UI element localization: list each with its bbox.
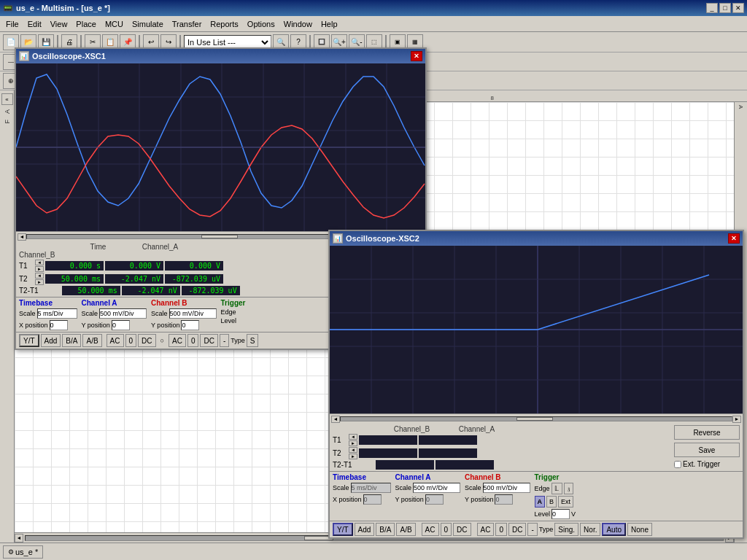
- menu-reports[interactable]: Reports: [206, 18, 243, 30]
- osc1-scroll-left[interactable]: ◄: [18, 233, 26, 241]
- osc1-0-1-button[interactable]: 0: [125, 334, 137, 347]
- minimize-button[interactable]: _: [706, 3, 718, 13]
- osc1-xpos[interactable]: [50, 320, 68, 330]
- osc2-cha-label: Channel A: [395, 473, 461, 481]
- osc1-ac2-button[interactable]: AC: [169, 334, 186, 347]
- menu-view[interactable]: View: [46, 18, 72, 30]
- osc2-0-2-button[interactable]: 0: [495, 523, 507, 536]
- osc2-t1-right[interactable]: ►: [349, 440, 357, 446]
- osc1-ac1-button[interactable]: AC: [107, 334, 124, 347]
- osc2-save-button[interactable]: Save: [674, 443, 740, 457]
- osc1-t2-right[interactable]: ►: [35, 279, 44, 285]
- osc2-scale-label: Scale: [333, 484, 349, 491]
- title-bar-controls[interactable]: _ □ ✕: [706, 3, 744, 13]
- osc2-edge-b-button[interactable]: B: [546, 496, 557, 508]
- osc2-ba-button[interactable]: B/A: [376, 523, 395, 536]
- osc1-cha-ypos-label: Y position: [82, 322, 110, 329]
- osc2-dc2-button[interactable]: DC: [508, 523, 526, 536]
- osc1-t1-cha: 0.000 V: [105, 261, 163, 271]
- menu-file[interactable]: File: [1, 18, 23, 30]
- osc1-chb-scale[interactable]: [169, 308, 217, 319]
- osc2-chb-scale[interactable]: [483, 483, 530, 493]
- osc2-scroll-right[interactable]: ►: [732, 416, 741, 423]
- osc1-0-2-button[interactable]: 0: [187, 334, 199, 347]
- osc1-cha-ypos[interactable]: [112, 320, 130, 330]
- osc1-yt-button[interactable]: Y/T: [19, 334, 39, 347]
- osc1-thumb[interactable]: [201, 235, 238, 238]
- osc1-dc1-button[interactable]: DC: [138, 334, 155, 347]
- osc2-title: Oscilloscope-XSC2: [346, 234, 419, 243]
- osc2-t2-right[interactable]: ►: [349, 454, 357, 459]
- osc2-ab-button[interactable]: A/B: [396, 523, 415, 536]
- osc2-t2t1-label: T2-T1: [333, 461, 352, 469]
- close-button[interactable]: ✕: [732, 3, 744, 13]
- osc2-ac1-button[interactable]: AC: [422, 523, 439, 536]
- osc2-t1-left[interactable]: ◄: [349, 434, 357, 440]
- osc2-edge-ext-button[interactable]: Ext: [558, 496, 573, 508]
- osc2-ext-trigger-row: Ext. Trigger: [674, 460, 740, 468]
- osc1-timebase-scale[interactable]: [37, 308, 77, 319]
- osc1-add-button[interactable]: Add: [41, 334, 61, 347]
- menu-mcu[interactable]: MCU: [101, 18, 128, 30]
- osc2-yt-button[interactable]: Y/T: [333, 523, 353, 536]
- osc1-dc2-button[interactable]: DC: [200, 334, 217, 347]
- osc1-type-s-button[interactable]: S: [247, 334, 259, 347]
- osc2-0-1-button[interactable]: 0: [441, 523, 452, 536]
- osc1-t2-arrows[interactable]: ◄ ►: [35, 273, 44, 285]
- maximize-button[interactable]: □: [719, 3, 731, 13]
- osc2-t1-arrows[interactable]: ◄ ►: [349, 434, 357, 446]
- menu-simulate[interactable]: Simulate: [128, 18, 168, 30]
- osc2-trigger-level[interactable]: [551, 509, 570, 519]
- osc2-reverse-button[interactable]: Reverse: [674, 425, 740, 440]
- menu-transfer[interactable]: Transfer: [168, 18, 206, 30]
- osc2-edge-f-button[interactable]: 𝕃: [551, 483, 563, 494]
- menu-window[interactable]: Window: [279, 18, 317, 30]
- osc1-cha-scale[interactable]: [99, 308, 147, 319]
- osc2-edge-r-button[interactable]: 𝔷: [564, 483, 573, 494]
- osc2-add-button[interactable]: Add: [355, 523, 375, 536]
- osc2-ext-trigger-checkbox[interactable]: [674, 461, 681, 468]
- osc1-t1-arrows[interactable]: ◄ ►: [35, 260, 44, 272]
- status-tab[interactable]: ⚙ us_e *: [3, 545, 43, 559]
- menu-edit[interactable]: Edit: [23, 18, 46, 30]
- osc2-icon: 📊: [333, 233, 343, 244]
- scroll-left[interactable]: ◄: [15, 534, 23, 542]
- osc2-t2-arrows[interactable]: ◄ ►: [349, 447, 357, 459]
- sidebar-toggle[interactable]: «: [1, 93, 13, 105]
- osc2-track[interactable]: [340, 416, 732, 421]
- osc2-readout: Channel_B Channel_A T1 ◄ ► T2 ◄ ►: [333, 425, 671, 470]
- osc2-auto-button[interactable]: Auto: [602, 523, 626, 536]
- osc1-icon: 📊: [19, 51, 29, 61]
- osc1-t2-left[interactable]: ◄: [35, 273, 44, 279]
- osc2-thumb[interactable]: [516, 417, 553, 421]
- osc1-titlebar[interactable]: 📊 Oscilloscope-XSC1 ✕: [16, 49, 425, 63]
- osc1-t1-right[interactable]: ►: [35, 266, 44, 272]
- osc2-ac2-button[interactable]: AC: [477, 523, 495, 536]
- osc2-nor-button[interactable]: Nor.: [580, 523, 600, 536]
- osc1-ab-button[interactable]: A/B: [82, 334, 101, 347]
- osc1-t1-left[interactable]: ◄: [35, 260, 44, 265]
- osc2-scroll-left[interactable]: ◄: [331, 416, 340, 423]
- osc2-close-button[interactable]: ✕: [728, 233, 740, 244]
- osc2-edge-a-button[interactable]: A: [535, 496, 546, 508]
- osc2-dc1-button[interactable]: DC: [453, 523, 471, 536]
- osc2-cha-scale[interactable]: [413, 483, 460, 493]
- osc1-scale-label: Scale: [19, 310, 36, 317]
- osc2-t2-cha: [419, 448, 477, 458]
- osc1-minus-button[interactable]: -: [220, 334, 229, 347]
- menu-place[interactable]: Place: [71, 18, 101, 30]
- osc2-cha-ypos: [425, 494, 444, 505]
- osc1-chb-ypos[interactable]: [181, 320, 199, 330]
- osc2-hscrollbar[interactable]: ◄ ►: [330, 413, 743, 424]
- osc2-t2-left[interactable]: ◄: [349, 447, 357, 453]
- osc2-sing-button[interactable]: Sing.: [554, 523, 578, 536]
- osc1-ba-button[interactable]: B/A: [62, 334, 81, 347]
- osc2-none-button[interactable]: None: [627, 523, 652, 536]
- osc2-t2-label: T2: [333, 449, 347, 457]
- osc1-close-button[interactable]: ✕: [411, 51, 422, 61]
- osc2-titlebar[interactable]: 📊 Oscilloscope-XSC2 ✕: [330, 231, 743, 246]
- status-bar: ⚙ us_e *: [0, 542, 747, 560]
- menu-options[interactable]: Options: [243, 18, 279, 30]
- osc2-minus-button[interactable]: -: [527, 523, 537, 536]
- menu-help[interactable]: Help: [317, 18, 342, 30]
